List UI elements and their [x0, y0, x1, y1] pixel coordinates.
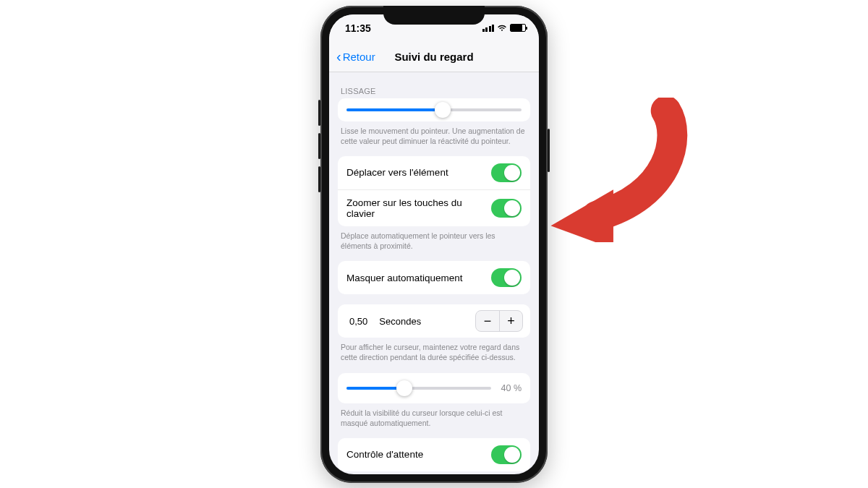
chevron-left-icon: ‹ [336, 52, 341, 61]
notch [383, 6, 485, 25]
svg-marker-0 [551, 189, 613, 242]
row-label: Déplacer vers l'élément [346, 167, 448, 178]
smoothing-header: LISSAGE [329, 77, 539, 98]
smoothing-group [338, 98, 530, 121]
stepper-unit: Secondes [379, 316, 468, 327]
row-label: Contrôle d'attente [346, 449, 423, 460]
autohide-toggle[interactable] [491, 268, 522, 287]
dwell-toggle[interactable] [491, 445, 522, 464]
smoothing-slider[interactable] [346, 108, 522, 111]
phone-frame: 11:35 ‹ Retour Suivi du regard LISSAGE [320, 6, 548, 483]
snap-group: Déplacer vers l'élément Zoomer sur les t… [338, 156, 530, 226]
snap-to-element-row[interactable]: Déplacer vers l'élément [338, 156, 530, 189]
dwell-row[interactable]: Contrôle d'attente [338, 438, 530, 471]
cellular-icon [482, 25, 495, 32]
stepper-plus[interactable]: + [499, 311, 522, 331]
stepper: − + [475, 310, 523, 332]
slider-thumb[interactable] [435, 102, 451, 118]
zoom-keyboard-row[interactable]: Zoomer sur les touches du clavier [338, 189, 530, 226]
stepper-value: 0,50 [345, 313, 372, 330]
autohide-footer1: Pour afficher le curseur, maintenez votr… [329, 338, 539, 362]
back-label: Retour [343, 51, 375, 63]
row-label: Masquer automatiquement [346, 273, 463, 283]
wifi-icon [497, 25, 507, 32]
opacity-value: 40 % [498, 383, 522, 393]
autohide-footer2: Réduit la visibilité du curseur lorsque … [329, 403, 539, 428]
dwell-footer: Avec « Contrôle d'attente », l'action d'… [329, 471, 539, 474]
opacity-slider[interactable] [346, 387, 491, 390]
stepper-minus[interactable]: − [476, 311, 499, 331]
battery-icon [510, 24, 526, 32]
snap-footer: Déplace automatiquement le pointeur vers… [329, 226, 539, 251]
slider-thumb[interactable] [396, 380, 412, 396]
opacity-group: 40 % [338, 373, 530, 403]
status-time: 11:35 [345, 22, 371, 34]
smoothing-footer: Lisse le mouvement du pointeur. Une augm… [329, 121, 539, 146]
settings-content: LISSAGE Lisse le mouvement du pointeur. … [329, 72, 539, 474]
snap-to-element-toggle[interactable] [491, 163, 522, 182]
navbar: ‹ Retour Suivi du regard [329, 42, 539, 72]
annotation-arrow [544, 98, 696, 242]
back-button[interactable]: ‹ Retour [336, 51, 375, 63]
row-label: Zoomer sur les touches du clavier [346, 197, 491, 219]
autohide-group: Masquer automatiquement [338, 261, 530, 294]
autohide-stepper-group: 0,50 Secondes − + [338, 304, 530, 338]
screen: 11:35 ‹ Retour Suivi du regard LISSAGE [329, 14, 539, 474]
zoom-keyboard-toggle[interactable] [491, 199, 522, 218]
autohide-row[interactable]: Masquer automatiquement [338, 261, 530, 294]
dwell-group: Contrôle d'attente [338, 438, 530, 471]
